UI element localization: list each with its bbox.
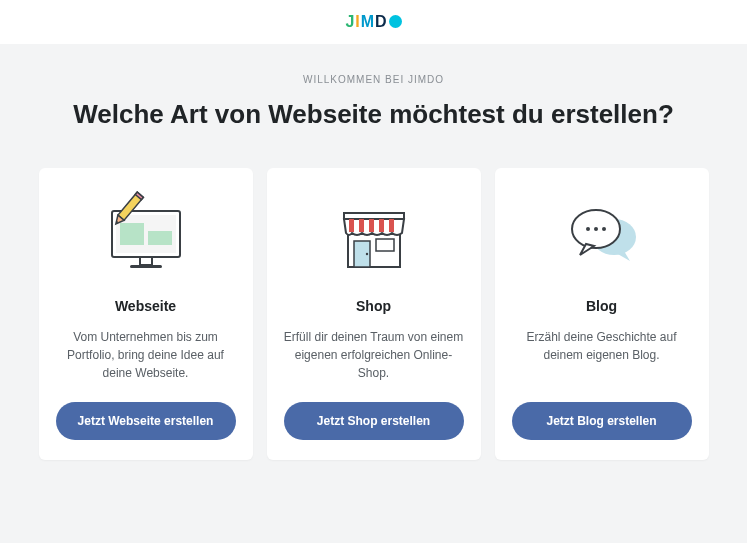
card-row: Webseite Vom Unternehmen bis zum Portfol… xyxy=(36,168,711,460)
brand-logo: JIMD xyxy=(345,13,401,31)
header: JIMD xyxy=(0,0,747,44)
svg-rect-5 xyxy=(130,265,162,268)
svg-rect-18 xyxy=(379,219,384,232)
page-title: Welche Art von Webseite möchtest du erst… xyxy=(36,99,711,130)
card-website: Webseite Vom Unternehmen bis zum Portfol… xyxy=(39,168,253,460)
create-blog-button[interactable]: Jetzt Blog erstellen xyxy=(512,402,692,440)
blog-illustration xyxy=(552,186,652,282)
svg-rect-3 xyxy=(148,231,172,245)
svg-point-22 xyxy=(586,227,590,231)
svg-rect-4 xyxy=(140,257,152,265)
svg-rect-12 xyxy=(376,239,394,251)
card-shop-desc: Erfüll dir deinen Traum von einem eigene… xyxy=(281,328,467,382)
card-blog-desc: Erzähl deine Geschichte auf deinem eigen… xyxy=(509,328,695,382)
svg-rect-15 xyxy=(349,219,354,232)
svg-point-13 xyxy=(365,253,367,255)
shop-illustration xyxy=(324,186,424,282)
create-website-button[interactable]: Jetzt Webseite erstellen xyxy=(56,402,236,440)
card-shop: Shop Erfüll dir deinen Traum von einem e… xyxy=(267,168,481,460)
svg-rect-16 xyxy=(359,219,364,232)
svg-rect-19 xyxy=(389,219,394,232)
svg-point-23 xyxy=(594,227,598,231)
card-blog: Blog Erzähl deine Geschichte auf deinem … xyxy=(495,168,709,460)
kicker-text: WILLKOMMEN BEI JIMDO xyxy=(36,74,711,85)
card-shop-title: Shop xyxy=(356,298,391,314)
main: WILLKOMMEN BEI JIMDO Welche Art von Webs… xyxy=(0,44,747,480)
card-blog-title: Blog xyxy=(586,298,617,314)
svg-rect-2 xyxy=(120,223,144,245)
svg-rect-17 xyxy=(369,219,374,232)
create-shop-button[interactable]: Jetzt Shop erstellen xyxy=(284,402,464,440)
svg-point-24 xyxy=(602,227,606,231)
card-website-desc: Vom Unternehmen bis zum Portfolio, bring… xyxy=(53,328,239,382)
website-illustration xyxy=(96,186,196,282)
card-website-title: Webseite xyxy=(115,298,176,314)
